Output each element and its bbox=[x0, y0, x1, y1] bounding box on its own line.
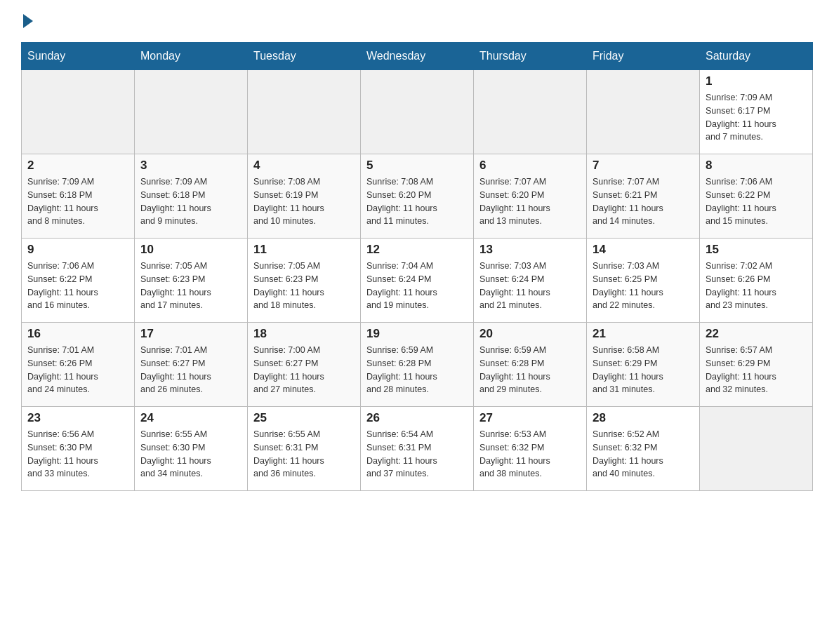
day-info: Sunrise: 7:03 AM Sunset: 6:25 PM Dayligh… bbox=[593, 260, 694, 312]
day-info: Sunrise: 7:01 AM Sunset: 6:26 PM Dayligh… bbox=[27, 344, 128, 396]
calendar-week-row: 1Sunrise: 7:09 AM Sunset: 6:17 PM Daylig… bbox=[22, 70, 813, 154]
calendar-week-row: 23Sunrise: 6:56 AM Sunset: 6:30 PM Dayli… bbox=[22, 407, 813, 491]
calendar-cell: 11Sunrise: 7:05 AM Sunset: 6:23 PM Dayli… bbox=[248, 239, 361, 323]
calendar-cell bbox=[361, 70, 474, 154]
calendar-week-row: 2Sunrise: 7:09 AM Sunset: 6:18 PM Daylig… bbox=[22, 154, 813, 239]
day-number: 12 bbox=[366, 243, 468, 257]
day-info: Sunrise: 7:08 AM Sunset: 6:20 PM Dayligh… bbox=[366, 175, 468, 228]
day-info: Sunrise: 7:09 AM Sunset: 6:17 PM Dayligh… bbox=[706, 91, 807, 144]
day-number: 19 bbox=[366, 327, 468, 341]
calendar-cell: 19Sunrise: 6:59 AM Sunset: 6:28 PM Dayli… bbox=[361, 323, 474, 407]
day-number: 6 bbox=[479, 159, 581, 173]
calendar-cell: 27Sunrise: 6:53 AM Sunset: 6:32 PM Dayli… bbox=[474, 407, 587, 491]
day-number: 3 bbox=[140, 159, 241, 173]
calendar-header-row: SundayMondayTuesdayWednesdayThursdayFrid… bbox=[22, 43, 813, 70]
day-number: 15 bbox=[706, 243, 807, 257]
calendar-cell: 12Sunrise: 7:04 AM Sunset: 6:24 PM Dayli… bbox=[361, 239, 474, 323]
calendar-week-row: 9Sunrise: 7:06 AM Sunset: 6:22 PM Daylig… bbox=[22, 239, 813, 323]
day-info: Sunrise: 7:06 AM Sunset: 6:22 PM Dayligh… bbox=[706, 175, 807, 228]
day-info: Sunrise: 7:09 AM Sunset: 6:18 PM Dayligh… bbox=[140, 175, 241, 228]
calendar-cell: 21Sunrise: 6:58 AM Sunset: 6:29 PM Dayli… bbox=[587, 323, 700, 407]
day-number: 10 bbox=[140, 243, 241, 257]
calendar-cell: 6Sunrise: 7:07 AM Sunset: 6:20 PM Daylig… bbox=[474, 154, 587, 239]
calendar-cell: 4Sunrise: 7:08 AM Sunset: 6:19 PM Daylig… bbox=[248, 154, 361, 239]
day-number: 23 bbox=[27, 411, 128, 425]
calendar-cell: 14Sunrise: 7:03 AM Sunset: 6:25 PM Dayli… bbox=[587, 239, 700, 323]
day-number: 2 bbox=[27, 159, 128, 173]
day-info: Sunrise: 6:59 AM Sunset: 6:28 PM Dayligh… bbox=[479, 344, 581, 396]
day-number: 24 bbox=[140, 411, 241, 425]
calendar-cell: 8Sunrise: 7:06 AM Sunset: 6:22 PM Daylig… bbox=[700, 154, 813, 239]
calendar-cell: 20Sunrise: 6:59 AM Sunset: 6:28 PM Dayli… bbox=[474, 323, 587, 407]
day-number: 14 bbox=[593, 243, 694, 257]
calendar-cell: 17Sunrise: 7:01 AM Sunset: 6:27 PM Dayli… bbox=[135, 323, 248, 407]
day-info: Sunrise: 6:54 AM Sunset: 6:31 PM Dayligh… bbox=[366, 428, 468, 481]
day-number: 11 bbox=[253, 243, 355, 257]
weekday-header-tuesday: Tuesday bbox=[248, 43, 361, 70]
day-info: Sunrise: 6:52 AM Sunset: 6:32 PM Dayligh… bbox=[593, 428, 694, 481]
day-info: Sunrise: 7:04 AM Sunset: 6:24 PM Dayligh… bbox=[366, 260, 468, 312]
day-info: Sunrise: 6:55 AM Sunset: 6:31 PM Dayligh… bbox=[253, 428, 355, 481]
calendar-cell: 13Sunrise: 7:03 AM Sunset: 6:24 PM Dayli… bbox=[474, 239, 587, 323]
calendar-week-row: 16Sunrise: 7:01 AM Sunset: 6:26 PM Dayli… bbox=[22, 323, 813, 407]
day-info: Sunrise: 7:08 AM Sunset: 6:19 PM Dayligh… bbox=[253, 175, 355, 228]
calendar-cell: 7Sunrise: 7:07 AM Sunset: 6:21 PM Daylig… bbox=[587, 154, 700, 239]
calendar-cell: 28Sunrise: 6:52 AM Sunset: 6:32 PM Dayli… bbox=[587, 407, 700, 491]
calendar-cell: 24Sunrise: 6:55 AM Sunset: 6:30 PM Dayli… bbox=[135, 407, 248, 491]
calendar-cell bbox=[474, 70, 587, 154]
calendar-cell: 2Sunrise: 7:09 AM Sunset: 6:18 PM Daylig… bbox=[22, 154, 135, 239]
weekday-header-thursday: Thursday bbox=[474, 43, 587, 70]
weekday-header-saturday: Saturday bbox=[700, 43, 813, 70]
day-info: Sunrise: 7:07 AM Sunset: 6:20 PM Dayligh… bbox=[479, 175, 581, 228]
day-number: 1 bbox=[706, 74, 807, 88]
calendar-cell: 22Sunrise: 6:57 AM Sunset: 6:29 PM Dayli… bbox=[700, 323, 813, 407]
calendar-cell bbox=[135, 70, 248, 154]
calendar-cell: 5Sunrise: 7:08 AM Sunset: 6:20 PM Daylig… bbox=[361, 154, 474, 239]
day-number: 13 bbox=[479, 243, 581, 257]
day-info: Sunrise: 7:00 AM Sunset: 6:27 PM Dayligh… bbox=[253, 344, 355, 396]
calendar-cell: 26Sunrise: 6:54 AM Sunset: 6:31 PM Dayli… bbox=[361, 407, 474, 491]
day-number: 16 bbox=[27, 327, 128, 341]
page-header bbox=[21, 14, 813, 28]
day-number: 21 bbox=[593, 327, 694, 341]
day-info: Sunrise: 6:56 AM Sunset: 6:30 PM Dayligh… bbox=[27, 428, 128, 481]
logo bbox=[21, 14, 33, 28]
day-number: 27 bbox=[479, 411, 581, 425]
day-number: 26 bbox=[366, 411, 468, 425]
day-number: 25 bbox=[253, 411, 355, 425]
weekday-header-sunday: Sunday bbox=[22, 43, 135, 70]
calendar-cell bbox=[248, 70, 361, 154]
calendar-cell bbox=[22, 70, 135, 154]
calendar-cell: 1Sunrise: 7:09 AM Sunset: 6:17 PM Daylig… bbox=[700, 70, 813, 154]
day-info: Sunrise: 7:06 AM Sunset: 6:22 PM Dayligh… bbox=[27, 260, 128, 312]
day-info: Sunrise: 6:57 AM Sunset: 6:29 PM Dayligh… bbox=[706, 344, 807, 396]
calendar-cell: 16Sunrise: 7:01 AM Sunset: 6:26 PM Dayli… bbox=[22, 323, 135, 407]
calendar-cell bbox=[587, 70, 700, 154]
calendar-cell: 9Sunrise: 7:06 AM Sunset: 6:22 PM Daylig… bbox=[22, 239, 135, 323]
day-number: 4 bbox=[253, 159, 355, 173]
day-number: 28 bbox=[593, 411, 694, 425]
day-number: 7 bbox=[593, 159, 694, 173]
weekday-header-monday: Monday bbox=[135, 43, 248, 70]
day-number: 22 bbox=[706, 327, 807, 341]
weekday-header-wednesday: Wednesday bbox=[361, 43, 474, 70]
day-info: Sunrise: 7:02 AM Sunset: 6:26 PM Dayligh… bbox=[706, 260, 807, 312]
day-number: 18 bbox=[253, 327, 355, 341]
calendar-cell: 10Sunrise: 7:05 AM Sunset: 6:23 PM Dayli… bbox=[135, 239, 248, 323]
day-number: 9 bbox=[27, 243, 128, 257]
calendar-cell: 3Sunrise: 7:09 AM Sunset: 6:18 PM Daylig… bbox=[135, 154, 248, 239]
calendar-cell: 23Sunrise: 6:56 AM Sunset: 6:30 PM Dayli… bbox=[22, 407, 135, 491]
calendar-table: SundayMondayTuesdayWednesdayThursdayFrid… bbox=[21, 42, 813, 491]
logo-chevron-icon bbox=[23, 14, 33, 28]
day-info: Sunrise: 6:58 AM Sunset: 6:29 PM Dayligh… bbox=[593, 344, 694, 396]
day-info: Sunrise: 6:53 AM Sunset: 6:32 PM Dayligh… bbox=[479, 428, 581, 481]
day-number: 17 bbox=[140, 327, 241, 341]
day-number: 20 bbox=[479, 327, 581, 341]
weekday-header-friday: Friday bbox=[587, 43, 700, 70]
day-info: Sunrise: 7:03 AM Sunset: 6:24 PM Dayligh… bbox=[479, 260, 581, 312]
calendar-cell bbox=[700, 407, 813, 491]
day-info: Sunrise: 7:05 AM Sunset: 6:23 PM Dayligh… bbox=[253, 260, 355, 312]
day-number: 5 bbox=[366, 159, 468, 173]
calendar-cell: 25Sunrise: 6:55 AM Sunset: 6:31 PM Dayli… bbox=[248, 407, 361, 491]
day-info: Sunrise: 7:05 AM Sunset: 6:23 PM Dayligh… bbox=[140, 260, 241, 312]
